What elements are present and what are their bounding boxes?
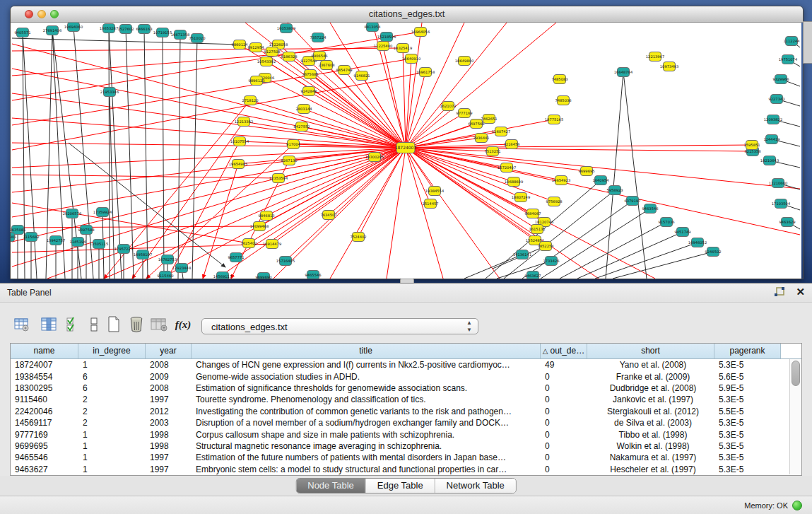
network-window[interactable]: citations_edges.txt 94055712769140619694… [10, 6, 804, 279]
delete-table-icon[interactable] [127, 315, 146, 334]
graph-node-label: 9465546 [305, 273, 321, 277]
graph-node-label: 8813054 [364, 25, 381, 29]
scrollbar-thumb[interactable] [792, 361, 800, 386]
table-row[interactable]: 911546021997Tourette syndrome. Phenomeno… [11, 394, 801, 405]
column-header-title[interactable]: title [192, 344, 541, 358]
graph-node-label: 15218506 [377, 35, 396, 39]
graph-node-label: 1514457 [422, 201, 438, 206]
graph-node-label: 2635081 [11, 228, 26, 232]
graph-node-label: 7462651 [481, 117, 497, 121]
table-cell-title: Estimation of significance thresholds fo… [192, 383, 541, 393]
graph-node-label: 16671358 [171, 33, 189, 37]
table-cell-year: 2008 [146, 383, 192, 393]
new-table-icon[interactable] [105, 315, 123, 334]
table-cell-in_degree: 1 [78, 465, 146, 474]
graph-node-label: 9846813 [258, 214, 274, 218]
network-window-titlebar[interactable]: citations_edges.txt [11, 6, 803, 23]
float-window-icon[interactable] [774, 286, 786, 298]
graph-node-label: 7510020 [189, 36, 205, 40]
graph-node-label: 12210680 [769, 181, 787, 185]
row-height-icon[interactable] [85, 315, 103, 334]
table-selector-dropdown[interactable]: citations_edges.txt ▲▼ [201, 318, 478, 334]
graph-node-label: 11607427 [492, 129, 510, 134]
graph-edge [406, 148, 500, 279]
table-vertical-scrollbar[interactable] [789, 359, 801, 474]
graph-node-label: 10719155 [153, 30, 172, 35]
table-row[interactable]: 1872400712008Changes of HCN gene express… [11, 359, 801, 370]
graph-node-label: 7852254 [537, 244, 554, 248]
graph-node-label: 9684067 [524, 211, 541, 216]
table-cell-year: 2008 [146, 360, 192, 370]
graph-node-label: 16961758 [416, 70, 435, 74]
table-row[interactable]: 1830029562008Estimation of significance … [11, 382, 801, 394]
column-header-pagerank[interactable]: pagerank [714, 344, 781, 358]
graph-node-label: 16053809 [277, 26, 295, 30]
column-header-short[interactable]: short [587, 344, 714, 358]
table-cell-short: Yano et al. (2008) [587, 360, 714, 370]
table-row[interactable]: 977716911998Corpus callosum shape and si… [11, 428, 801, 440]
tab-network-table[interactable]: Network Table [435, 479, 516, 493]
network-desktop: citations_edges.txt 94055712769140619694… [0, 0, 812, 283]
graph-node-label: 9246502 [705, 250, 721, 254]
table-toolbar: f(x) citations_edges.txt ▲▼ [0, 303, 812, 342]
graph-edge [12, 48, 403, 51]
table-cell-name: 9463627 [11, 465, 78, 474]
table-cell-out_degree: 0 [541, 407, 587, 416]
graph-node-label: 16958107 [134, 252, 152, 257]
graph-node-label: 9405571 [14, 30, 30, 35]
table-panel-titlebar[interactable]: Table Panel ✕ [0, 284, 812, 303]
table-cell-in_degree: 6 [78, 372, 146, 382]
table-cell-in_degree: 1 [78, 360, 146, 370]
table-row[interactable]: 1938455462009Genome-wide association stu… [11, 370, 801, 382]
table-row[interactable]: 2242004622012Investigating the contribut… [11, 406, 801, 417]
graph-edge [12, 32, 420, 100]
graph-node-label: 7634507 [320, 213, 336, 217]
graph-node-label: 9463546 [642, 206, 658, 211]
function-builder-icon[interactable]: f(x) [174, 315, 192, 334]
import-table-icon[interactable] [150, 315, 168, 334]
table-cell-out_degree: 0 [541, 395, 587, 404]
table-cell-title: Genome-wide association studies in ADHD. [192, 372, 541, 382]
graph-node-label: 9127508 [264, 49, 280, 54]
table-cell-short: Nakamura et al. (1997) [587, 452, 714, 462]
graph-node-label: 18807249 [512, 195, 530, 199]
table-cell-name: 9777169 [11, 430, 78, 440]
graph-node-label: 9699690 [255, 275, 271, 279]
network-window-title: citations_edges.txt [11, 8, 803, 19]
graph-node-label: 19654923 [552, 178, 570, 182]
network-canvas[interactable]: 9405571276914061969406010653287152760264… [11, 23, 801, 279]
table-cell-in_degree: 2 [78, 395, 146, 404]
tab-edge-table[interactable]: Edge Table [366, 479, 435, 493]
graph-node-label: 1621072 [440, 104, 456, 108]
table-cell-in_degree: 2 [78, 407, 146, 416]
sort-ascending-icon: △ [543, 347, 548, 355]
close-panel-icon[interactable]: ✕ [796, 286, 805, 298]
select-columns-icon[interactable] [64, 315, 82, 334]
table-cell-year: 1998 [146, 430, 192, 440]
graph-node-label: 1112244 [783, 39, 800, 43]
column-header-in-degree[interactable]: in_degree [78, 344, 146, 358]
table-cell-short: Stergiakouli et al. (2012) [587, 407, 714, 416]
show-columns-icon[interactable] [40, 315, 58, 334]
table-cell-title: Corpus callosum shape and size in male p… [192, 430, 541, 440]
graph-node-label: 19384554 [425, 189, 445, 193]
table-settings-icon[interactable] [13, 315, 31, 334]
graph-edge [109, 28, 110, 279]
table-row[interactable]: 969969511998Structural magnetic resonanc… [11, 440, 801, 452]
graph-edge [406, 23, 422, 148]
graph-node-label: 9699695 [578, 169, 594, 173]
table-type-tabs: Node Table Edge Table Network Table [295, 478, 517, 493]
column-header-year[interactable]: year [146, 344, 192, 358]
column-header-name[interactable]: name [11, 344, 78, 358]
graph-node-label: 21953346 [100, 90, 119, 94]
column-header-out-degree[interactable]: △out_de… [541, 344, 587, 358]
table-cell-title: Embryonic stem cells: a model to study s… [192, 465, 541, 474]
graph-node-label: 1640954 [592, 178, 609, 182]
table-row[interactable]: 946362711997Embryonic stem cells: a mode… [11, 464, 801, 475]
table-row[interactable]: 1456911722003Disruption of a novel membe… [11, 417, 801, 428]
graph-node-label: 7357224 [310, 35, 326, 40]
graph-node-label: 9463627 [524, 274, 541, 278]
graph-edge [178, 35, 180, 279]
table-row[interactable]: 946554611997Estimation of the future num… [11, 452, 801, 463]
tab-node-table[interactable]: Node Table [296, 479, 366, 493]
